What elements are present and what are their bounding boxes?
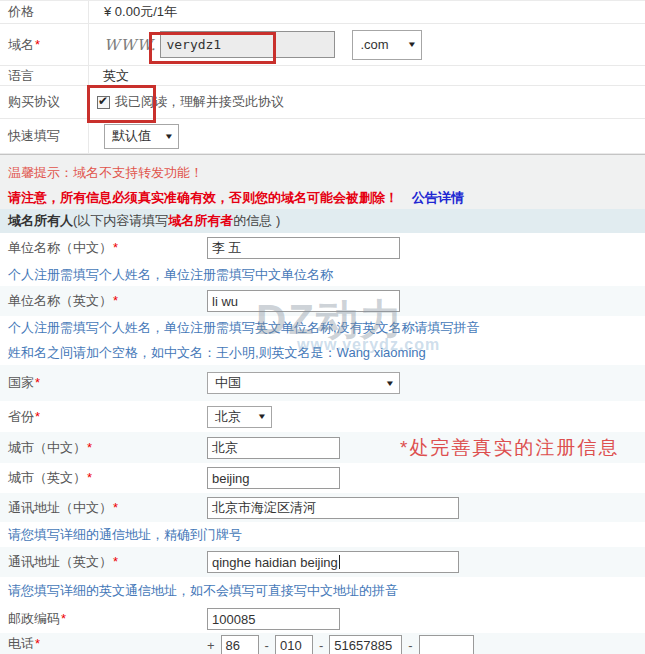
phone-part-input[interactable]: 86 bbox=[221, 635, 259, 654]
language-row: 语言 英文 bbox=[0, 66, 645, 86]
domain-row: 域名* WWW. verydz1 .com ▼ bbox=[0, 24, 645, 66]
org-name-cn-input[interactable]: 李 五 bbox=[207, 237, 400, 259]
form-row: 单位名称（中文）*李 五 bbox=[0, 233, 645, 263]
domain-label-text: 域名 bbox=[8, 36, 34, 54]
domain-label: 域名* bbox=[0, 24, 89, 65]
red-annotation-text: *处完善真实的注册信息 bbox=[400, 435, 619, 461]
agreement-checkbox[interactable]: ✔ bbox=[97, 96, 110, 109]
quick-fill-select[interactable]: 默认值 ▼ bbox=[104, 124, 179, 149]
form-row: 请您填写详细的英文通信地址，如不会填写可直接写中文地址的拼音 bbox=[0, 577, 645, 605]
field-label: 电话* bbox=[0, 635, 207, 653]
required-asterisk: * bbox=[35, 636, 40, 651]
helper-text: 个人注册需填写个人姓名，单位注册需填写英文单位名称,没有英文名称请填写拼音 bbox=[0, 319, 480, 337]
domain-name-input[interactable]: verydz1 bbox=[160, 31, 335, 58]
price-label-text: 价格 bbox=[8, 3, 34, 21]
section-subtitle-em: 域名所有者 bbox=[168, 212, 233, 230]
field-label-text: 国家 bbox=[8, 375, 34, 390]
form-row: 通讯地址（英文）*qinghe haidian beijing bbox=[0, 547, 645, 577]
phone-separator: - bbox=[408, 638, 412, 653]
field-label: 国家* bbox=[0, 374, 207, 392]
price-label: 价格 bbox=[0, 1, 89, 23]
required-asterisk: * bbox=[113, 240, 118, 255]
city-en-input[interactable]: beijing bbox=[207, 467, 340, 489]
language-value: 英文 bbox=[103, 67, 129, 85]
field-label-text: 单位名称（英文） bbox=[8, 293, 112, 308]
section-subtitle-post: 的信息 ) bbox=[233, 212, 280, 230]
form-row: 请您填写详细的通信地址，精确到门牌号 bbox=[0, 522, 645, 547]
address-en-input[interactable]: qinghe haidian beijing bbox=[207, 551, 459, 573]
www-prefix: WWW. bbox=[104, 36, 156, 54]
helper-text: 请您填写详细的通信地址，精确到门牌号 bbox=[0, 526, 242, 544]
required-asterisk: * bbox=[35, 37, 40, 52]
field-label-text: 邮政编码 bbox=[8, 611, 60, 626]
form-row: 个人注册需填写个人姓名，单位注册需填写英文单位名称,没有英文名称请填写拼音 bbox=[0, 316, 645, 340]
phone-part-input[interactable]: 51657885 bbox=[329, 635, 402, 654]
input-value: beijing bbox=[212, 471, 250, 486]
field-label-text: 城市（英文） bbox=[8, 470, 86, 485]
owner-section-header: 域名所有人 (以下内容请填写域名所有者的信息 ) bbox=[0, 209, 645, 233]
required-asterisk: * bbox=[113, 500, 118, 515]
address-cn-input[interactable]: 北京市海淀区清河 bbox=[207, 497, 459, 519]
select-selected-value: 中国 bbox=[215, 374, 241, 392]
tld-selected-value: .com bbox=[360, 37, 388, 52]
field-label: 通讯地址（英文）* bbox=[0, 553, 207, 571]
helper-text: 请您填写详细的英文通信地址，如不会填写可直接写中文地址的拼音 bbox=[0, 582, 398, 600]
field-label: 省份* bbox=[0, 408, 207, 426]
field-label: 城市（英文）* bbox=[0, 469, 207, 487]
org-name-en-input[interactable]: li wu bbox=[207, 290, 400, 312]
form-row: 省份*北京▼ bbox=[0, 401, 645, 432]
field-label-text: 省份 bbox=[8, 409, 34, 424]
quick-fill-selected-value: 默认值 bbox=[112, 127, 151, 145]
field-label-text: 通讯地址（英文） bbox=[8, 554, 112, 569]
required-asterisk: * bbox=[35, 409, 40, 424]
quick-fill-label-text: 快速填写 bbox=[8, 127, 60, 145]
chevron-down-icon: ▼ bbox=[164, 132, 174, 141]
text-cursor bbox=[339, 555, 340, 569]
agreement-row: 购买协议 ✔ 我已阅读，理解并接受此协议 bbox=[0, 86, 645, 119]
form-row: 国家*中国▼ bbox=[0, 365, 645, 401]
agreement-label: 购买协议 bbox=[0, 86, 89, 118]
chevron-down-icon: ▼ bbox=[257, 412, 267, 421]
required-asterisk: * bbox=[113, 293, 118, 308]
tld-select[interactable]: .com ▼ bbox=[352, 30, 422, 60]
phone-separator: - bbox=[319, 638, 323, 653]
section-subtitle-pre: (以下内容请填写 bbox=[73, 212, 168, 230]
chevron-down-icon: ▼ bbox=[407, 40, 417, 49]
input-value: 010 bbox=[280, 638, 302, 653]
province-select[interactable]: 北京▼ bbox=[207, 406, 272, 428]
announcement-link[interactable]: 公告详情 bbox=[412, 190, 464, 205]
select-selected-value: 北京 bbox=[215, 408, 241, 426]
input-value: li wu bbox=[212, 294, 238, 309]
owner-form: 单位名称（中文）*李 五个人注册需填写个人姓名，单位注册需填写中文单位名称单位名… bbox=[0, 233, 645, 654]
product-attributes-table: 价格 ¥ 0.00元/1年 域名* WWW. verydz1 .com ▼ 语言… bbox=[0, 0, 645, 154]
city-cn-input[interactable]: 北京 bbox=[207, 437, 340, 459]
form-row: 电话*+86-010-51657885- bbox=[0, 633, 645, 654]
country-select[interactable]: 中国▼ bbox=[207, 372, 400, 394]
zipcode-input[interactable]: 100085 bbox=[207, 608, 340, 630]
helper-text: 个人注册需填写个人姓名，单位注册需填写中文单位名称 bbox=[0, 266, 333, 284]
form-row: 邮政编码*100085 bbox=[0, 605, 645, 633]
input-value: qinghe haidian beijing bbox=[212, 555, 338, 570]
phone-prefix: + bbox=[207, 638, 215, 653]
agreement-text: 我已阅读，理解并接受此协议 bbox=[115, 93, 284, 111]
input-value: 李 五 bbox=[212, 239, 242, 257]
helper-text: 姓和名之间请加个空格，如中文名：王小明,则英文名是：Wang xiaoming bbox=[0, 344, 426, 362]
required-asterisk: * bbox=[61, 611, 66, 626]
notice-panel: 温馨提示：域名不支持转发功能！ 请注意，所有信息必须真实准确有效，否则您的域名可… bbox=[0, 154, 645, 209]
phone-part-input[interactable]: 010 bbox=[275, 635, 313, 654]
field-label-text: 通讯地址（中文） bbox=[8, 500, 112, 515]
phone-part-input[interactable] bbox=[419, 635, 474, 654]
required-asterisk: * bbox=[87, 470, 92, 485]
check-icon: ✔ bbox=[98, 94, 108, 108]
form-row: 城市（英文）*beijing bbox=[0, 463, 645, 493]
warning-text-body: 请注意，所有信息必须真实准确有效，否则您的域名可能会被删除！ bbox=[8, 190, 398, 205]
field-label-text: 单位名称（中文） bbox=[8, 240, 112, 255]
tip-text: 温馨提示：域名不支持转发功能！ bbox=[8, 164, 645, 181]
warning-text: 请注意，所有信息必须真实准确有效，否则您的域名可能会被删除！公告详情 bbox=[8, 189, 645, 206]
field-label: 通讯地址（中文）* bbox=[0, 499, 207, 517]
price-row: 价格 ¥ 0.00元/1年 bbox=[0, 1, 645, 24]
field-label-text: 电话 bbox=[8, 636, 34, 651]
field-label: 城市（中文）* bbox=[0, 439, 207, 457]
field-label: 单位名称（英文）* bbox=[0, 292, 207, 310]
phone-separator: - bbox=[265, 638, 269, 653]
